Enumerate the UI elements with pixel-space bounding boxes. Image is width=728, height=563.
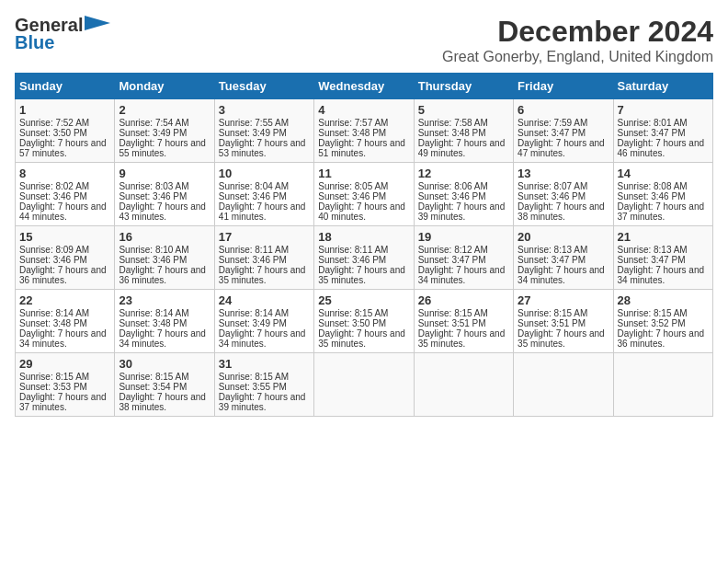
table-row: 29Sunrise: 8:15 AMSunset: 3:53 PMDayligh… (16, 353, 713, 417)
day-cell: 21Sunrise: 8:13 AMSunset: 3:47 PMDayligh… (613, 226, 712, 290)
day-cell (314, 353, 414, 417)
logo-flag-icon (85, 16, 110, 36)
day-cell: 22Sunrise: 8:14 AMSunset: 3:48 PMDayligh… (16, 290, 115, 353)
header-row: Sunday Monday Tuesday Wednesday Thursday… (16, 74, 713, 99)
day-cell: 1Sunrise: 7:52 AMSunset: 3:50 PMDaylight… (16, 99, 115, 163)
day-cell: 28Sunrise: 8:15 AMSunset: 3:52 PMDayligh… (613, 290, 712, 353)
col-monday: Monday (115, 74, 214, 99)
svg-marker-0 (85, 16, 110, 30)
logo-blue: Blue (15, 32, 54, 53)
title-area: December 2024 Great Gonerby, England, Un… (442, 15, 713, 65)
table-row: 15Sunrise: 8:09 AMSunset: 3:46 PMDayligh… (16, 226, 713, 290)
logo: General Blue (15, 15, 110, 53)
day-cell: 19Sunrise: 8:12 AMSunset: 3:47 PMDayligh… (414, 226, 513, 290)
day-cell: 5Sunrise: 7:58 AMSunset: 3:48 PMDaylight… (414, 99, 513, 163)
day-cell: 17Sunrise: 8:11 AMSunset: 3:46 PMDayligh… (214, 226, 313, 290)
day-cell: 23Sunrise: 8:14 AMSunset: 3:48 PMDayligh… (115, 290, 214, 353)
day-cell (414, 353, 513, 417)
day-cell (514, 353, 613, 417)
day-cell (613, 353, 712, 417)
header: General Blue December 2024 Great Gonerby… (15, 15, 713, 65)
day-cell: 11Sunrise: 8:05 AMSunset: 3:46 PMDayligh… (314, 163, 414, 226)
day-cell: 16Sunrise: 8:10 AMSunset: 3:46 PMDayligh… (115, 226, 214, 290)
day-cell: 3Sunrise: 7:55 AMSunset: 3:49 PMDaylight… (214, 99, 313, 163)
day-cell: 29Sunrise: 8:15 AMSunset: 3:53 PMDayligh… (16, 353, 115, 417)
day-cell: 14Sunrise: 8:08 AMSunset: 3:46 PMDayligh… (613, 163, 712, 226)
day-cell: 12Sunrise: 8:06 AMSunset: 3:46 PMDayligh… (414, 163, 513, 226)
day-cell: 9Sunrise: 8:03 AMSunset: 3:46 PMDaylight… (115, 163, 214, 226)
col-saturday: Saturday (613, 74, 712, 99)
calendar-table: Sunday Monday Tuesday Wednesday Thursday… (15, 73, 713, 417)
col-tuesday: Tuesday (214, 74, 313, 99)
table-row: 1Sunrise: 7:52 AMSunset: 3:50 PMDaylight… (16, 99, 713, 163)
day-cell: 7Sunrise: 8:01 AMSunset: 3:47 PMDaylight… (613, 99, 712, 163)
subtitle: Great Gonerby, England, United Kingdom (442, 49, 713, 65)
col-thursday: Thursday (414, 74, 513, 99)
day-cell: 30Sunrise: 8:15 AMSunset: 3:54 PMDayligh… (115, 353, 214, 417)
day-cell: 6Sunrise: 7:59 AMSunset: 3:47 PMDaylight… (514, 99, 613, 163)
col-friday: Friday (514, 74, 613, 99)
col-sunday: Sunday (16, 74, 115, 99)
col-wednesday: Wednesday (314, 74, 414, 99)
day-cell: 25Sunrise: 8:15 AMSunset: 3:50 PMDayligh… (314, 290, 414, 353)
day-cell: 10Sunrise: 8:04 AMSunset: 3:46 PMDayligh… (214, 163, 313, 226)
day-cell: 27Sunrise: 8:15 AMSunset: 3:51 PMDayligh… (514, 290, 613, 353)
day-cell: 20Sunrise: 8:13 AMSunset: 3:47 PMDayligh… (514, 226, 613, 290)
day-cell: 2Sunrise: 7:54 AMSunset: 3:49 PMDaylight… (115, 99, 214, 163)
day-cell: 24Sunrise: 8:14 AMSunset: 3:49 PMDayligh… (214, 290, 313, 353)
day-cell: 4Sunrise: 7:57 AMSunset: 3:48 PMDaylight… (314, 99, 414, 163)
day-cell: 18Sunrise: 8:11 AMSunset: 3:46 PMDayligh… (314, 226, 414, 290)
day-cell: 26Sunrise: 8:15 AMSunset: 3:51 PMDayligh… (414, 290, 513, 353)
table-row: 8Sunrise: 8:02 AMSunset: 3:46 PMDaylight… (16, 163, 713, 226)
table-row: 22Sunrise: 8:14 AMSunset: 3:48 PMDayligh… (16, 290, 713, 353)
day-cell: 15Sunrise: 8:09 AMSunset: 3:46 PMDayligh… (16, 226, 115, 290)
day-cell: 8Sunrise: 8:02 AMSunset: 3:46 PMDaylight… (16, 163, 115, 226)
day-cell: 31Sunrise: 8:15 AMSunset: 3:55 PMDayligh… (214, 353, 313, 417)
main-title: December 2024 (442, 15, 713, 49)
day-cell: 13Sunrise: 8:07 AMSunset: 3:46 PMDayligh… (514, 163, 613, 226)
